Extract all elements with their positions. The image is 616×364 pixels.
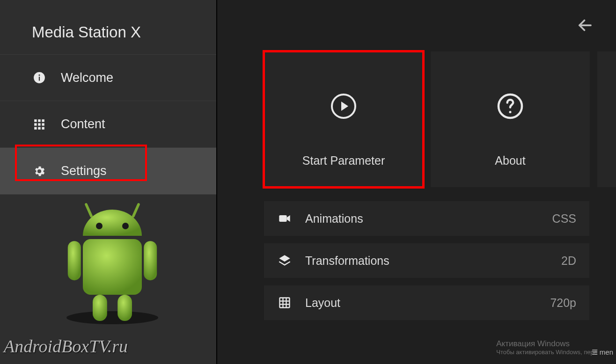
svg-rect-9 (34, 127, 37, 129)
svg-rect-1 (39, 77, 40, 81)
row-value: CSS (552, 212, 576, 226)
svg-rect-11 (42, 127, 44, 129)
sidebar-item-settings[interactable]: Settings (0, 148, 216, 195)
svg-rect-18 (68, 241, 81, 280)
tile-partial[interactable] (597, 51, 616, 187)
sidebar-item-content[interactable]: Content (0, 101, 216, 148)
svg-point-15 (96, 223, 103, 229)
watermark-text: AndroidBoxTV.ru (4, 336, 128, 357)
windows-activation-notice: Активация Windows Чтобы активировать Win… (496, 339, 597, 356)
info-icon (32, 70, 47, 85)
tile-label: Start Parameter (302, 154, 385, 167)
tile-about[interactable]: About (431, 51, 590, 187)
gear-icon (32, 164, 47, 179)
grid-icon (32, 117, 47, 132)
row-value: 2D (561, 254, 576, 268)
svg-point-16 (122, 223, 129, 229)
row-label: Transformations (305, 254, 561, 268)
tiles-row: Start Parameter About (264, 51, 616, 187)
tile-start-parameter[interactable]: Start Parameter (264, 51, 423, 187)
row-label: Layout (305, 296, 550, 310)
row-layout[interactable]: Layout 720p (264, 285, 589, 320)
row-label: Animations (305, 212, 552, 226)
svg-rect-26 (279, 215, 286, 222)
tile-label: About (495, 154, 525, 167)
sidebar-item-label: Content (61, 117, 105, 131)
sidebar-item-label: Welcome (61, 71, 113, 85)
svg-point-2 (38, 74, 40, 76)
layout-grid-icon (277, 295, 292, 310)
svg-rect-6 (34, 123, 37, 125)
svg-rect-27 (280, 298, 290, 308)
svg-line-13 (86, 204, 91, 216)
sidebar-item-welcome[interactable]: Welcome (0, 54, 216, 101)
row-transformations[interactable]: Transformations 2D (264, 243, 589, 278)
svg-rect-21 (117, 295, 132, 321)
svg-rect-7 (38, 123, 40, 125)
app-title: Media Station X (0, 0, 216, 54)
activation-sub: Чтобы активировать Windows, пере (496, 349, 597, 356)
svg-rect-20 (93, 295, 107, 321)
layers-icon (277, 253, 292, 268)
svg-rect-19 (144, 241, 157, 280)
menu-label: men (600, 348, 613, 356)
main-panel: Start Parameter About Animations CSS (217, 0, 616, 364)
svg-rect-10 (38, 127, 40, 129)
svg-point-25 (509, 111, 512, 113)
svg-rect-3 (34, 119, 37, 122)
svg-rect-4 (38, 119, 40, 122)
back-button[interactable] (577, 17, 594, 34)
play-icon (330, 92, 358, 120)
sidebar-item-label: Settings (61, 164, 107, 178)
row-animations[interactable]: Animations CSS (264, 201, 589, 236)
help-icon (496, 92, 524, 120)
row-value: 720p (550, 296, 576, 310)
android-mascot-image (47, 197, 178, 328)
menu-indicator: ☰ men (592, 348, 613, 357)
settings-rows: Animations CSS Transformations 2D Layout… (264, 201, 616, 320)
svg-rect-17 (83, 239, 142, 295)
svg-line-14 (133, 204, 139, 216)
svg-rect-5 (42, 119, 44, 122)
video-icon (277, 211, 292, 226)
sidebar: Media Station X Welcome Content Settings (0, 0, 217, 364)
svg-rect-8 (42, 123, 44, 125)
svg-point-12 (66, 311, 158, 324)
activation-title: Активация Windows (496, 339, 597, 349)
